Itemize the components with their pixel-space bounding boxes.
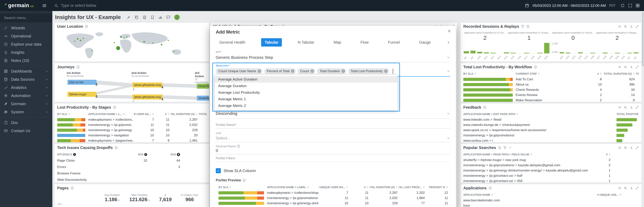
sort-icon[interactable]: ⇅	[538, 72, 540, 75]
sidebar-item-operational[interactable]: Operational	[0, 32, 52, 40]
sidebar-search-input[interactable]	[4, 16, 48, 20]
info-badge[interactable]: i	[144, 153, 147, 156]
kpi-field[interactable]: KPI* Generic Business Process Step	[216, 50, 450, 62]
journey-node[interactable]: /photo-gifts/photo-mugs/...	[132, 82, 162, 88]
sort-icon[interactable]: ⇅	[530, 153, 532, 156]
sort-icon[interactable]: ⇅	[307, 186, 309, 188]
column-header[interactable]: BY SLA⇅	[218, 186, 267, 189]
list-icon[interactable]	[618, 25, 621, 28]
download-icon[interactable]	[630, 25, 633, 28]
table-row[interactable]: Web Disconnectivity	[54, 176, 209, 183]
chart-icon[interactable]	[158, 15, 162, 20]
expand-icon[interactable]	[636, 65, 639, 69]
journey-node[interactable]: /t/photo-mugs/	[68, 92, 96, 97]
sidebar-item-automation[interactable]: Automation	[0, 92, 52, 100]
sessions-bar-chart[interactable]: 5/85/95/105/115/125/135/145/155/165/175/…	[463, 42, 550, 60]
menu-toggle-icon[interactable]	[42, 4, 46, 8]
germain-logo[interactable]: germain UX	[4, 3, 40, 9]
dropdown-option[interactable]: Average Active Duration	[214, 76, 398, 83]
tab-funnel[interactable]: Funnel	[384, 38, 403, 47]
sort-icon[interactable]: ⇅	[491, 193, 493, 196]
zoom-icon[interactable]	[624, 25, 627, 28]
filter-icon[interactable]	[521, 25, 524, 28]
download-icon[interactable]	[630, 65, 633, 69]
dropdown-option[interactable]: Average Duration	[214, 83, 398, 89]
table-row[interactable]: Make Reservation29	[460, 98, 642, 102]
table-row[interactable]: Events Review214	[460, 92, 642, 98]
info-icon[interactable]	[498, 146, 501, 149]
table-row[interactable]: monsterenergy > /ja-jp/promotions/	[460, 133, 642, 138]
column-header[interactable]: APPLICATION NAME > PAGE PATH > FIELD VAL…	[463, 153, 597, 156]
table-row[interactable]: Errors3	[54, 164, 209, 170]
expand-icon[interactable]	[636, 25, 639, 28]
scrollbar[interactable]	[642, 12, 644, 66]
sort-icon[interactable]: ⇅	[366, 186, 368, 188]
sort-icon[interactable]: ⇅	[608, 153, 610, 156]
column-header[interactable]: PERCENT %⇅	[426, 186, 449, 189]
zoom-icon[interactable]	[624, 186, 627, 190]
table-row[interactable]: Rage Clicks1044	[54, 157, 209, 164]
zoom-icon[interactable]	[624, 65, 627, 69]
comment-icon[interactable]	[166, 15, 170, 20]
column-header[interactable]: TOTAL DURATION (S)⇅	[603, 72, 636, 75]
sort-icon[interactable]: ⇅	[196, 113, 198, 115]
sidebar-item-doc[interactable]: Doc	[0, 119, 52, 127]
table-row[interactable]: shutterfly > /t/photo-mugs/ > new york m…	[460, 157, 642, 163]
tab-gauge[interactable]: Gauge	[416, 38, 434, 47]
sort-icon[interactable]: ⇅	[123, 113, 125, 115]
chevron-down-icon[interactable]	[447, 56, 450, 59]
dropdown-option[interactable]: Average Lost Productivity	[214, 89, 398, 96]
sort-icon[interactable]: ⇅	[600, 72, 602, 75]
table-row[interactable]: monsterenergy > /ja-jp/promotions/11112,…	[216, 195, 450, 200]
column-header[interactable]: #⇅	[597, 153, 612, 156]
date-range[interactable]: 05/03/2023 12:00 AM - 06/02/2023 12:00 A…	[532, 4, 606, 8]
table-row[interactable]: About us10395	[460, 82, 642, 87]
sort-icon[interactable]: ⇅	[229, 186, 231, 188]
user-location-map[interactable]	[54, 30, 209, 62]
add-portlet-button[interactable]	[174, 15, 180, 20]
column-header[interactable]: TOTAL DURATION (S)⇅	[170, 113, 199, 116]
column-header[interactable]: TOTAL LOST PROD...⇅	[399, 186, 426, 189]
column-header[interactable]: #⇅	[155, 113, 170, 116]
duplicate-icon[interactable]	[134, 15, 138, 20]
download-icon[interactable]	[630, 106, 633, 109]
apps-icon[interactable]	[636, 4, 640, 8]
table-row[interactable]: monsterenergy > /ja-jp/contact-us/ > fsd…	[460, 173, 642, 178]
column-header[interactable]: TOTAL POSITIVE FEEDBA...⇅	[616, 113, 639, 116]
list-icon[interactable]	[618, 106, 621, 109]
column-header[interactable]: APPLICATION NAME > LABEL⇅	[267, 186, 318, 189]
edit-icon[interactable]	[126, 15, 131, 20]
remove-chip-icon[interactable]: ×	[384, 69, 388, 73]
journey-node[interactable]: Click on link	[68, 80, 96, 85]
column-header[interactable]: APPLICATION NAME > L...⇅	[88, 113, 134, 116]
tab-general-health[interactable]: General Health	[216, 38, 249, 47]
remove-chip-icon[interactable]: ×	[310, 69, 314, 73]
chevron-down-icon[interactable]	[447, 112, 450, 115]
sidebar-item-notes-10[interactable]: Notes (10)	[0, 57, 52, 65]
close-icon[interactable]: ×	[448, 28, 451, 34]
table-row[interactable]: monsterenergy > /ja-jp/contact-us/ > 456…	[460, 178, 642, 183]
journey-node[interactable]: Shutterfly | ...	[197, 96, 209, 101]
table-row[interactable]: monsterenergy > /ja-jp/promotions/ > kay…	[460, 163, 642, 168]
sessions-bar-chart[interactable]: 5/215/225/235/245/255/265/275/285/295/30…	[559, 42, 639, 60]
measure-chip[interactable]: Count Unique User Name×	[216, 68, 262, 74]
tab-n-tabular[interactable]: N Tabular	[294, 38, 318, 47]
info-icon[interactable]	[242, 179, 246, 182]
sort-icon[interactable]: ⇅	[446, 186, 448, 188]
measure-chip[interactable]: Total Lost Productivity×	[348, 68, 389, 74]
info-icon[interactable]	[483, 106, 486, 109]
info-icon[interactable]	[76, 65, 80, 69]
info-icon[interactable]	[70, 186, 74, 190]
sort-icon[interactable]: ⇅	[516, 113, 518, 115]
column-header[interactable]: #⇅	[349, 186, 370, 189]
column-header[interactable]: BY SLA⇅	[463, 72, 516, 75]
table-row[interactable]: makeupbymario > /collections/shop-all711…	[216, 190, 450, 195]
sort-icon[interactable]: ⇅	[152, 113, 154, 115]
column-header[interactable]: APPLICATION NAME⇅	[463, 193, 597, 196]
tab-tabular[interactable]: Tabular	[261, 38, 282, 47]
chevron-down-icon[interactable]	[447, 137, 450, 140]
table-row[interactable]: hore	[460, 203, 642, 207]
table-row[interactable]: monsterenergy > /ja-jp/promo11112,032	[54, 122, 209, 127]
info-icon[interactable]	[526, 25, 530, 28]
table-row[interactable]: Check Rewards434	[460, 87, 642, 92]
